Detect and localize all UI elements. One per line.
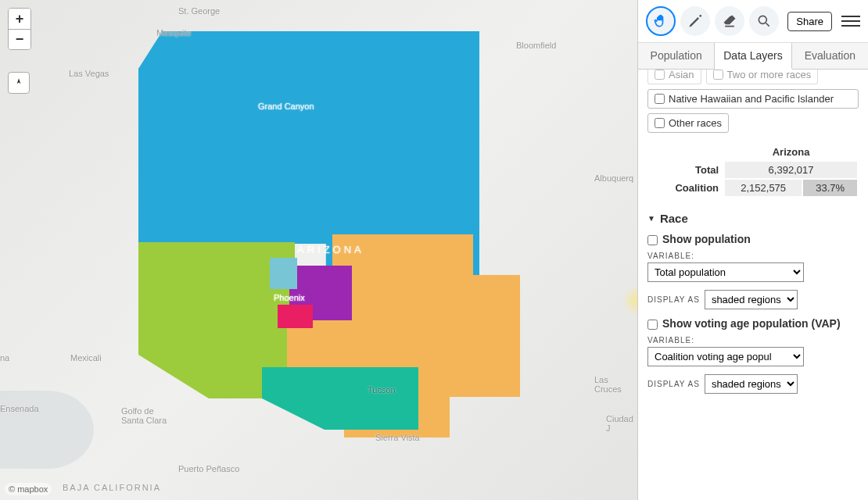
checkbox-show-vap-label: Show voting age population (VAP) <box>662 317 841 330</box>
zoom-out-button[interactable]: − <box>9 29 30 49</box>
svg-point-0 <box>759 16 766 23</box>
checkbox-asian[interactable]: Asian <box>647 70 701 84</box>
tabs: Population Data Layers Evaluation <box>638 43 868 70</box>
checkbox-show-population-label: Show population <box>662 233 751 245</box>
menu-button[interactable] <box>841 12 860 30</box>
tab-population[interactable]: Population <box>638 43 715 69</box>
select-display-as-1[interactable]: shaded regions <box>705 290 798 309</box>
stats-coalition-pct: 33.7% <box>803 180 857 196</box>
checkbox-asian-label: Asian <box>669 70 694 80</box>
checkbox-two-or-more-input[interactable] <box>713 70 723 80</box>
checkbox-two-or-more-label: Two or more races <box>727 70 812 80</box>
erase-tool-button[interactable] <box>715 6 744 36</box>
select-variable-vap[interactable]: Coalition voting age popul <box>647 347 804 366</box>
pan-tool-button[interactable] <box>646 6 676 36</box>
stats-coalition-label: Coalition <box>649 180 723 196</box>
stats-table: Arizona Total 6,392,017 Coalition 2,152,… <box>647 142 859 198</box>
eraser-icon <box>722 13 737 29</box>
zoom-control: + − <box>8 8 31 50</box>
hamburger-icon <box>841 16 860 17</box>
stats-total-label: Total <box>649 162 723 178</box>
district-5[interactable] <box>278 305 313 328</box>
inspect-tool-button[interactable] <box>749 6 779 36</box>
select-variable-population[interactable]: Total population <box>647 262 804 282</box>
map-attribution: © mapbox <box>5 483 52 495</box>
stats-region-header: Arizona <box>725 144 857 160</box>
checkbox-nhpi[interactable]: Native Hawaiian and Pacific Islander <box>647 89 859 109</box>
section-race-header[interactable]: Race <box>647 212 859 225</box>
water-gulf <box>0 391 94 469</box>
select-display-as-2[interactable]: shaded regions <box>705 374 798 394</box>
sidebar: Share Population Data Layers Evaluation … <box>637 0 868 500</box>
checkbox-other[interactable]: Other races <box>647 113 729 133</box>
stats-coalition-value: 2,152,575 <box>725 180 802 196</box>
display-as-label-2: DISPLAY AS <box>647 380 700 388</box>
race-checkbox-row-clipped: Asian Two or more races <box>647 70 859 84</box>
compass-button[interactable] <box>8 72 30 94</box>
tab-data-layers[interactable]: Data Layers <box>715 43 791 70</box>
hand-icon <box>653 13 669 29</box>
toolbar: Share <box>638 0 868 43</box>
compass-icon <box>13 77 24 88</box>
share-button[interactable]: Share <box>787 12 832 31</box>
section-race-title: Race <box>660 212 688 225</box>
map-controls: + − <box>8 8 31 94</box>
checkbox-show-vap[interactable]: Show voting age population (VAP) <box>647 317 859 330</box>
checkbox-other-input[interactable] <box>655 118 665 128</box>
search-icon <box>756 13 772 29</box>
draw-tool-button[interactable] <box>680 6 710 36</box>
pencil-icon <box>687 13 703 29</box>
variable-label-2: VARIABLE: <box>647 336 859 345</box>
map-container[interactable]: St. George Mesquite Las Vegas Grand Cany… <box>0 0 637 500</box>
checkbox-nhpi-input[interactable] <box>655 94 665 104</box>
district-7[interactable] <box>270 258 297 289</box>
checkbox-nhpi-label: Native Hawaiian and Pacific Islander <box>669 93 834 105</box>
variable-label-1: VARIABLE: <box>647 252 859 260</box>
app-root: St. George Mesquite Las Vegas Grand Cany… <box>0 0 868 500</box>
panel-data-layers: Asian Two or more races Native Hawaiian … <box>638 70 868 500</box>
checkbox-asian-input[interactable] <box>655 70 665 80</box>
checkbox-show-vap-input[interactable] <box>647 320 658 330</box>
tab-evaluation[interactable]: Evaluation <box>792 43 868 69</box>
checkbox-other-label: Other races <box>669 117 722 129</box>
checkbox-show-population[interactable]: Show population <box>647 233 859 245</box>
checkbox-show-population-input[interactable] <box>647 235 658 245</box>
display-as-label-1: DISPLAY AS <box>647 295 700 304</box>
checkbox-two-or-more[interactable]: Two or more races <box>706 70 819 84</box>
stats-total-value: 6,392,017 <box>725 162 857 178</box>
zoom-in-button[interactable]: + <box>9 9 30 29</box>
